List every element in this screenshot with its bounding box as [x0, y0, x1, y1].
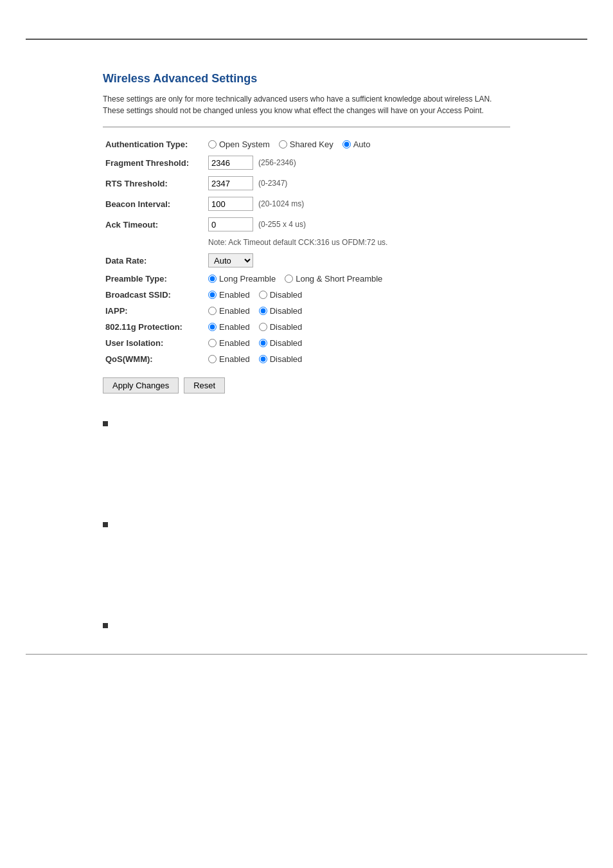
data-rate-select[interactable]: Auto 1 2 5.5 11 6 9 12 18 24 36 48 [208, 253, 253, 267]
fragment-threshold-input[interactable] [208, 156, 253, 170]
spacer-2 [0, 531, 613, 608]
ack-timeout-label: Ack Timeout: [103, 214, 206, 235]
preamble-long[interactable]: Long Preamble [208, 274, 276, 284]
beacon-interval-input[interactable] [208, 197, 253, 211]
preamble-long-short-label: Long & Short Preamble [296, 274, 382, 284]
rts-threshold-range: (0-2347) [258, 179, 287, 188]
user-isolation-enabled[interactable]: Enabled [208, 338, 250, 348]
iapp-enabled[interactable]: Enabled [208, 306, 250, 316]
rts-threshold-value: (0-2347) [206, 173, 510, 194]
fragment-threshold-row: Fragment Threshold: (256-2346) [103, 152, 510, 173]
user-isolation-disabled-label: Disabled [270, 338, 303, 348]
qos-disabled-radio[interactable] [259, 355, 267, 363]
iapp-value: Enabled Disabled [206, 303, 510, 319]
broadcast-ssid-enabled[interactable]: Enabled [208, 290, 250, 300]
user-isolation-enabled-label: Enabled [219, 338, 250, 348]
protection-label: 802.11g Protection: [103, 319, 206, 335]
auth-auto[interactable]: Auto [342, 140, 371, 149]
beacon-interval-row: Beacon Interval: (20-1024 ms) [103, 194, 510, 214]
rts-threshold-input[interactable] [208, 176, 253, 190]
qos-disabled-label: Disabled [270, 354, 303, 364]
auth-shared-key[interactable]: Shared Key [279, 140, 333, 149]
data-rate-label: Data Rate: [103, 250, 206, 271]
bullet-item-1 [103, 419, 510, 426]
ack-timeout-range: (0-255 x 4 us) [258, 220, 306, 229]
content-area: Wireless Advanced Settings These setting… [0, 40, 613, 393]
auth-open-system[interactable]: Open System [208, 140, 270, 149]
auth-auto-label: Auto [353, 140, 371, 149]
broadcast-ssid-value: Enabled Disabled [206, 287, 510, 303]
bullet-section-3 [103, 621, 510, 628]
preamble-type-radio-group: Long Preamble Long & Short Preamble [208, 274, 508, 284]
ack-timeout-input[interactable] [208, 217, 253, 231]
iapp-disabled[interactable]: Disabled [259, 306, 303, 316]
beacon-interval-value: (20-1024 ms) [206, 194, 510, 214]
broadcast-ssid-disabled[interactable]: Disabled [259, 290, 303, 300]
bottom-border [26, 654, 587, 655]
protection-radio-group: Enabled Disabled [208, 322, 508, 332]
bullet-square-3 [103, 623, 108, 628]
settings-table: Authentication Type: Open System Shared … [103, 136, 510, 367]
data-rate-value: Auto 1 2 5.5 11 6 9 12 18 24 36 48 [206, 250, 510, 271]
auth-type-row: Authentication Type: Open System Shared … [103, 136, 510, 152]
qos-disabled[interactable]: Disabled [259, 354, 303, 364]
auth-open-system-radio[interactable] [208, 140, 217, 149]
iapp-disabled-radio[interactable] [259, 307, 267, 315]
page-description: These settings are only for more technic… [103, 93, 510, 116]
user-isolation-row: User Isolation: Enabled Disabled [103, 335, 510, 351]
user-isolation-label: User Isolation: [103, 335, 206, 351]
broadcast-ssid-disabled-radio[interactable] [259, 291, 267, 299]
fragment-threshold-label: Fragment Threshold: [103, 152, 206, 173]
page-container: Wireless Advanced Settings These setting… [0, 39, 613, 868]
user-isolation-radio-group: Enabled Disabled [208, 338, 508, 348]
bullet-item-3 [103, 621, 510, 628]
user-isolation-disabled-radio[interactable] [259, 339, 267, 347]
protection-disabled[interactable]: Disabled [259, 322, 303, 332]
broadcast-ssid-radio-group: Enabled Disabled [208, 290, 508, 300]
auth-type-radio-group: Open System Shared Key Auto [208, 140, 508, 149]
protection-row: 802.11g Protection: Enabled Disabled [103, 319, 510, 335]
qos-row: QoS(WMM): Enabled Disabled [103, 351, 510, 367]
protection-enabled-radio[interactable] [208, 323, 217, 331]
user-isolation-enabled-radio[interactable] [208, 339, 217, 347]
ack-timeout-note-row: Note: Ack Timeout default CCK:316 us OFD… [103, 235, 510, 250]
qos-value: Enabled Disabled [206, 351, 510, 367]
user-isolation-disabled[interactable]: Disabled [259, 338, 303, 348]
bullet-section-2 [103, 520, 510, 527]
iapp-radio-group: Enabled Disabled [208, 306, 508, 316]
broadcast-ssid-enabled-radio[interactable] [208, 291, 217, 299]
data-rate-row: Data Rate: Auto 1 2 5.5 11 6 9 12 18 [103, 250, 510, 271]
iapp-label: IAPP: [103, 303, 206, 319]
preamble-type-label: Preamble Type: [103, 271, 206, 287]
preamble-long-radio[interactable] [208, 275, 217, 283]
rts-threshold-input-row: (0-2347) [208, 176, 508, 190]
ack-timeout-note: Note: Ack Timeout default CCK:316 us OFD… [206, 235, 510, 250]
rts-threshold-label: RTS Threshold: [103, 173, 206, 194]
iapp-enabled-radio[interactable] [208, 307, 217, 315]
qos-enabled-radio[interactable] [208, 355, 217, 363]
beacon-interval-input-row: (20-1024 ms) [208, 197, 508, 211]
qos-enabled-label: Enabled [219, 354, 250, 364]
ack-timeout-value: (0-255 x 4 us) [206, 214, 510, 235]
bullet-square-2 [103, 522, 108, 527]
qos-enabled[interactable]: Enabled [208, 354, 250, 364]
iapp-row: IAPP: Enabled Disabled [103, 303, 510, 319]
fragment-threshold-input-row: (256-2346) [208, 156, 508, 170]
broadcast-ssid-label: Broadcast SSID: [103, 287, 206, 303]
spacer-1 [0, 430, 613, 507]
broadcast-ssid-enabled-label: Enabled [219, 290, 250, 300]
auth-shared-key-radio[interactable] [279, 140, 287, 149]
apply-changes-button[interactable]: Apply Changes [103, 377, 179, 393]
protection-enabled[interactable]: Enabled [208, 322, 250, 332]
preamble-long-short-radio[interactable] [285, 275, 293, 283]
ack-timeout-input-row: (0-255 x 4 us) [208, 217, 508, 231]
protection-disabled-radio[interactable] [259, 323, 267, 331]
auth-shared-key-label: Shared Key [290, 140, 333, 149]
broadcast-ssid-row: Broadcast SSID: Enabled Disabled [103, 287, 510, 303]
page-title: Wireless Advanced Settings [103, 72, 510, 86]
auth-auto-radio[interactable] [342, 140, 351, 149]
reset-button[interactable]: Reset [184, 377, 225, 393]
preamble-long-short[interactable]: Long & Short Preamble [285, 274, 382, 284]
auth-type-value: Open System Shared Key Auto [206, 136, 510, 152]
fragment-threshold-value: (256-2346) [206, 152, 510, 173]
